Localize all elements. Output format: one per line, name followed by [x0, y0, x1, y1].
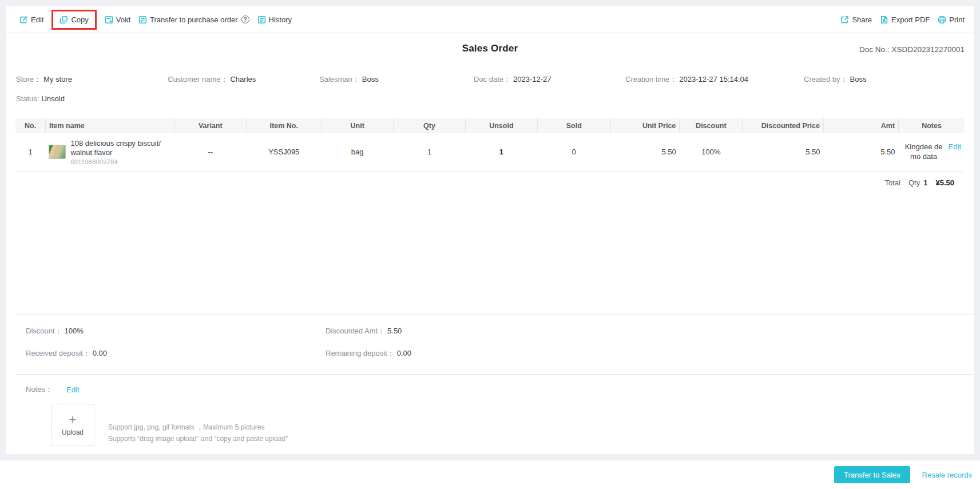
created-by-value: Boss [850, 75, 867, 84]
discount-label: Discount： [26, 327, 62, 335]
product-thumbnail[interactable] [49, 145, 66, 159]
cell-variant: -- [174, 133, 247, 171]
item-barcode: 6911988009784 [70, 158, 163, 165]
received-deposit-label: Received deposit： [26, 349, 90, 357]
store-label: Store： [16, 75, 41, 84]
notes-edit-link[interactable]: Edit [66, 385, 79, 394]
transfer-button-label: Transfer to purchase order [150, 15, 237, 24]
row-notes-text: Kingdee demo data [903, 142, 945, 162]
creation-time-field: Creation time：2023-12-27 15:14:04 [625, 74, 804, 85]
received-deposit-field: Received deposit：0.00 [26, 348, 326, 359]
upload-hint-formats: Support jpg, png, gif formats ，Maximum 5… [108, 422, 288, 434]
export-pdf-icon [880, 15, 888, 24]
col-header-qty: Qty [394, 118, 466, 133]
share-icon [840, 15, 849, 24]
export-pdf-button-label: Export PDF [891, 15, 930, 24]
cell-amt: 5.50 [823, 133, 898, 171]
notes-label: Notes： [26, 384, 53, 395]
content-spacer [6, 193, 974, 315]
order-info-row-1: Store：My store Customer name：Charles Sal… [16, 74, 974, 85]
created-by-label: Created by： [804, 75, 848, 84]
copy-button[interactable]: Copy [59, 15, 88, 24]
void-button-label: Void [116, 15, 130, 24]
cell-discounted-price: 5.50 [743, 133, 824, 171]
export-pdf-button[interactable]: Export PDF [880, 15, 930, 24]
remaining-deposit-label: Remaining deposit： [326, 349, 395, 357]
col-header-no: No. [15, 118, 45, 133]
doc-date-label: Doc date： [474, 75, 511, 84]
total-qty-value: 1 [923, 178, 927, 187]
help-icon[interactable]: ? [241, 15, 249, 23]
col-header-item-no: Item No. [247, 118, 322, 133]
discounted-amt-field: Discounted Amt：5.50 [326, 326, 402, 336]
print-icon [938, 15, 946, 24]
copy-icon [59, 15, 68, 24]
toolbar: Edit Copy Void Transfer to purchase orde… [6, 6, 974, 33]
col-header-amt: Amt [823, 118, 898, 133]
summary-row-2: Received deposit：0.00 Remaining deposit：… [26, 348, 974, 359]
order-info: Store：My store Customer name：Charles Sal… [6, 66, 974, 113]
table-header-row: No. Item name Variant Item No. Unit Qty … [15, 118, 965, 133]
items-table: No. Item name Variant Item No. Unit Qty … [15, 118, 965, 172]
transfer-to-sales-button[interactable]: Transfer to Sales [834, 466, 910, 483]
row-notes-edit-link[interactable]: Edit [949, 142, 961, 151]
summary-section: Discount：100% Discounted Amt：5.50 Receiv… [6, 315, 974, 374]
cell-item-name: 108 delicious crispy biscuit/walnut flav… [45, 133, 174, 171]
history-icon [257, 15, 266, 24]
total-label: Total [885, 178, 900, 187]
table-row: 1 108 delicious crispy biscuit/walnut fl… [15, 133, 965, 171]
discounted-amt-value: 5.50 [387, 327, 402, 335]
received-deposit-value: 0.00 [93, 349, 107, 357]
edit-button-label: Edit [31, 15, 43, 24]
customer-name-label: Customer name： [168, 75, 228, 84]
plus-icon: + [69, 414, 77, 426]
doc-header: Sales Order Doc No.: XSDD202312270001 [6, 33, 974, 66]
col-header-unsold: Unsold [465, 118, 537, 133]
col-header-unit-price: Unit Price [610, 118, 680, 133]
col-header-item-name: Item name [45, 118, 174, 133]
doc-date-field: Doc date：2023-12-27 [474, 74, 625, 85]
resale-records-link[interactable]: Resale records [922, 471, 972, 479]
total-row: Total Qty 1 ¥5.50 [15, 172, 965, 193]
store-value: My store [43, 75, 72, 84]
status-value: Unsold [41, 94, 64, 103]
print-button[interactable]: Print [938, 15, 965, 24]
transfer-icon [138, 15, 147, 24]
col-header-sold: Sold [537, 118, 610, 133]
cell-discount: 100% [680, 133, 743, 171]
upload-button[interactable]: + Upload [51, 404, 94, 446]
upload-area: + Upload Support jpg, png, gif formats ，… [51, 404, 974, 446]
upload-hint-methods: Supports “drag image upload” and “copy a… [108, 434, 288, 445]
cell-qty: 1 [394, 133, 466, 171]
share-button[interactable]: Share [840, 15, 872, 24]
copy-annotation-box: Copy [51, 10, 96, 30]
creation-time-value: 2023-12-27 15:14:04 [679, 75, 748, 84]
void-button[interactable]: Void [105, 15, 130, 24]
cell-no: 1 [15, 133, 45, 171]
cell-unit: bag [322, 133, 394, 171]
customer-name-value: Charles [230, 75, 256, 84]
edit-icon [19, 15, 28, 24]
remaining-deposit-field: Remaining deposit：0.00 [326, 348, 411, 359]
total-amount: ¥5.50 [935, 178, 954, 187]
order-info-row-2: Status:Unsold [16, 94, 974, 103]
edit-button[interactable]: Edit [19, 15, 43, 24]
status-field: Status:Unsold [16, 94, 168, 103]
history-button-label: History [269, 15, 292, 24]
transfer-to-purchase-order-button[interactable]: Transfer to purchase order ? [138, 15, 249, 24]
cell-item-no: YSSJ095 [247, 133, 322, 171]
store-field: Store：My store [16, 74, 168, 85]
print-button-label: Print [949, 15, 965, 24]
void-icon [105, 15, 113, 24]
cell-sold: 0 [537, 133, 610, 171]
upload-hints: Support jpg, png, gif formats ，Maximum 5… [108, 422, 288, 446]
doc-number-label: Doc No.: [859, 45, 890, 54]
discount-field: Discount：100% [26, 326, 326, 336]
customer-name-field: Customer name：Charles [168, 74, 319, 85]
history-button[interactable]: History [257, 15, 292, 24]
col-header-unit: Unit [322, 118, 394, 133]
footer-action-bar: Transfer to Sales Resale records [0, 460, 980, 489]
salesman-field: Salesman：Boss [319, 74, 474, 85]
salesman-value: Boss [362, 75, 379, 84]
summary-row-1: Discount：100% Discounted Amt：5.50 [26, 326, 974, 336]
